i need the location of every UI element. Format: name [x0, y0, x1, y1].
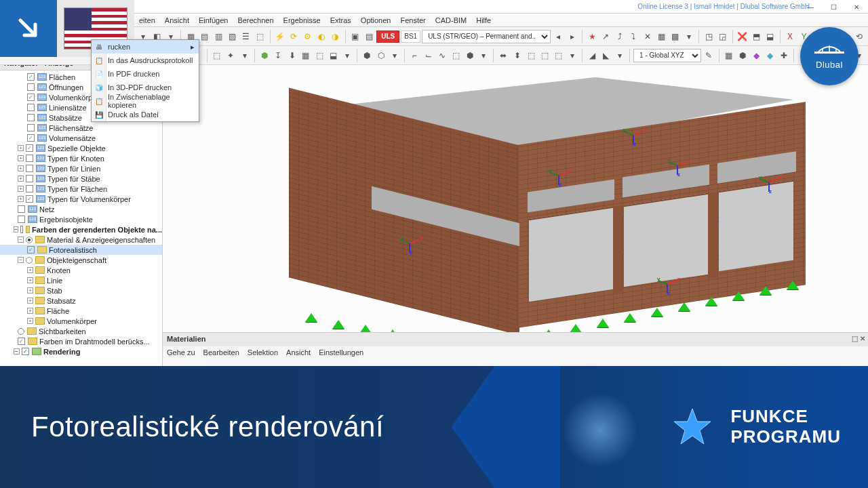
- materials-menu-item[interactable]: Selektion: [248, 348, 278, 357]
- dlubal-badge[interactable]: Dlubal: [800, 27, 859, 85]
- window-maximize-button[interactable]: ☐: [822, 0, 845, 14]
- toolbar-btn[interactable]: ⬚: [553, 48, 565, 63]
- toolbar-btn[interactable]: ◳: [703, 29, 715, 44]
- tree-row[interactable]: +Stabsatz: [0, 296, 162, 306]
- checkbox[interactable]: [26, 175, 33, 182]
- toolbar-btn[interactable]: ◆: [750, 48, 762, 63]
- tree-row[interactable]: 123Volumensätze: [0, 133, 162, 143]
- toolbar-btn[interactable]: ▦: [655, 29, 667, 44]
- print-menu-item[interactable]: 📋In das Ausdrucksprotokoll: [92, 54, 199, 67]
- axis-x-icon[interactable]: X: [784, 29, 796, 44]
- toolbar-btn[interactable]: ⌙: [422, 48, 434, 63]
- toolbar-btn[interactable]: ◢: [586, 48, 598, 63]
- expand-icon[interactable]: +: [27, 318, 33, 324]
- expand-icon[interactable]: +: [27, 267, 33, 273]
- radio[interactable]: [18, 328, 24, 335]
- toolbar-btn[interactable]: ✎: [703, 48, 715, 63]
- toolbar-btn[interactable]: ⬓: [764, 29, 776, 44]
- expand-icon[interactable]: −: [18, 237, 24, 243]
- toolbar-btn[interactable]: ▾: [477, 48, 490, 63]
- checkbox[interactable]: [26, 144, 33, 152]
- tree-row[interactable]: 123Ergebnisobjekte: [0, 214, 162, 224]
- toolbar-btn[interactable]: ⬚: [538, 48, 551, 63]
- radio[interactable]: [26, 237, 33, 243]
- checkbox[interactable]: [27, 104, 35, 111]
- print-menu-item[interactable]: 🧊In 3D-PDF drucken: [92, 81, 199, 94]
- toolbar-btn[interactable]: ⬚: [313, 48, 326, 63]
- menu-eiten[interactable]: eiten: [134, 15, 160, 26]
- tree-row[interactable]: +Stab: [0, 285, 162, 296]
- tree-row[interactable]: +123Spezielle Objekte: [0, 143, 162, 153]
- toolbar-btn[interactable]: ▣: [349, 29, 361, 44]
- expand-icon[interactable]: −: [14, 226, 18, 232]
- toolbar-btn[interactable]: ▩: [669, 29, 681, 44]
- expand-icon[interactable]: +: [18, 155, 24, 161]
- checkbox[interactable]: [26, 185, 33, 192]
- toolbar-btn[interactable]: ⤵: [627, 29, 639, 44]
- menu-berechnen[interactable]: Berechnen: [233, 15, 278, 26]
- tree-row[interactable]: −Farben der gerenderten Objekte na...: [0, 224, 162, 235]
- toolbar-btn[interactable]: ⬚: [525, 48, 537, 63]
- tree-row[interactable]: Farben im Drahtmodell berücks...: [0, 336, 162, 346]
- tree-row[interactable]: 123Netz: [0, 204, 162, 214]
- toolbar-btn[interactable]: ▧: [226, 29, 238, 44]
- toolbar-btn[interactable]: ☰: [240, 29, 252, 44]
- load-combo-select[interactable]: ULS (STR/GEO) – Permanent and...: [422, 30, 551, 43]
- toolbar-btn[interactable]: ◲: [716, 29, 728, 44]
- toolbar-btn[interactable]: ▾: [341, 48, 353, 63]
- toolbar-btn[interactable]: ∿: [436, 48, 448, 63]
- toolbar-btn[interactable]: ▦: [722, 48, 734, 63]
- expand-icon[interactable]: +: [27, 308, 33, 314]
- toolbar-btn[interactable]: ⬚: [254, 29, 266, 44]
- star-icon[interactable]: ★: [586, 29, 598, 44]
- checkbox[interactable]: [27, 246, 35, 253]
- toolbar-btn[interactable]: ⬡: [374, 48, 387, 63]
- menu-fenster[interactable]: Fenster: [395, 15, 430, 26]
- checkbox[interactable]: [27, 124, 35, 131]
- toolbar-btn[interactable]: ⌐: [408, 48, 420, 63]
- toolbar-btn[interactable]: ⬚: [450, 48, 462, 63]
- tree-row[interactable]: +Volumenkörper: [0, 316, 162, 326]
- toolbar-btn[interactable]: ▾: [614, 48, 626, 63]
- radio[interactable]: [26, 257, 33, 264]
- toolbar-btn[interactable]: ⬇: [285, 48, 298, 63]
- tree-row[interactable]: +123Typen für Linien: [0, 163, 162, 174]
- toolbar-btn[interactable]: ⬓: [328, 48, 340, 63]
- menu-optionen[interactable]: Optionen: [356, 15, 396, 26]
- expand-icon[interactable]: +: [27, 277, 33, 283]
- checkbox[interactable]: [22, 348, 29, 355]
- checkbox[interactable]: [27, 83, 35, 91]
- tree-row[interactable]: +Linie: [0, 275, 162, 285]
- expand-icon[interactable]: +: [27, 298, 33, 304]
- tree-row[interactable]: −Rendering: [0, 346, 162, 357]
- toolbar-btn[interactable]: ▦: [300, 48, 312, 63]
- tree-row[interactable]: 123Flächensätze: [0, 123, 162, 133]
- toolbar-btn[interactable]: ❌: [736, 29, 749, 44]
- toolbar-btn[interactable]: ▥: [212, 29, 224, 44]
- menu-cad-bim[interactable]: CAD-BIM: [431, 15, 471, 26]
- toolbar-btn[interactable]: ⬢: [464, 48, 476, 63]
- gear-icon[interactable]: ⚙: [301, 29, 313, 44]
- checkbox[interactable]: [27, 134, 35, 142]
- checkbox[interactable]: [27, 73, 35, 81]
- materials-menu-item[interactable]: Einstellungen: [319, 348, 363, 357]
- window-close-button[interactable]: ✕: [845, 0, 868, 14]
- toolbar-btn[interactable]: ▤: [363, 29, 375, 44]
- prev-icon[interactable]: ◂: [552, 29, 564, 44]
- toolbar-btn[interactable]: ⤴: [614, 29, 626, 44]
- chevron-down-icon[interactable]: ▾: [683, 29, 695, 44]
- cube-icon[interactable]: ⬢: [258, 48, 271, 63]
- toolbar-btn[interactable]: ⟲: [853, 29, 865, 44]
- toolbar-btn[interactable]: ▾: [566, 48, 578, 63]
- toolbar-btn[interactable]: ⬒: [750, 29, 762, 44]
- checkbox[interactable]: [27, 94, 35, 101]
- checkbox[interactable]: [26, 165, 33, 172]
- tree-row[interactable]: +123Typen für Flächen: [0, 184, 162, 194]
- toolbar-btn[interactable]: ✦: [224, 48, 237, 63]
- next-icon[interactable]: ▸: [566, 29, 578, 44]
- expand-icon[interactable]: −: [14, 348, 20, 354]
- menu-einfügen[interactable]: Einfügen: [194, 15, 233, 26]
- toolbar-btn[interactable]: ◑: [329, 29, 341, 44]
- print-menu-item[interactable]: 📋In Zwischenablage kopieren: [92, 94, 199, 108]
- toolbar-btn[interactable]: ↗: [599, 29, 612, 44]
